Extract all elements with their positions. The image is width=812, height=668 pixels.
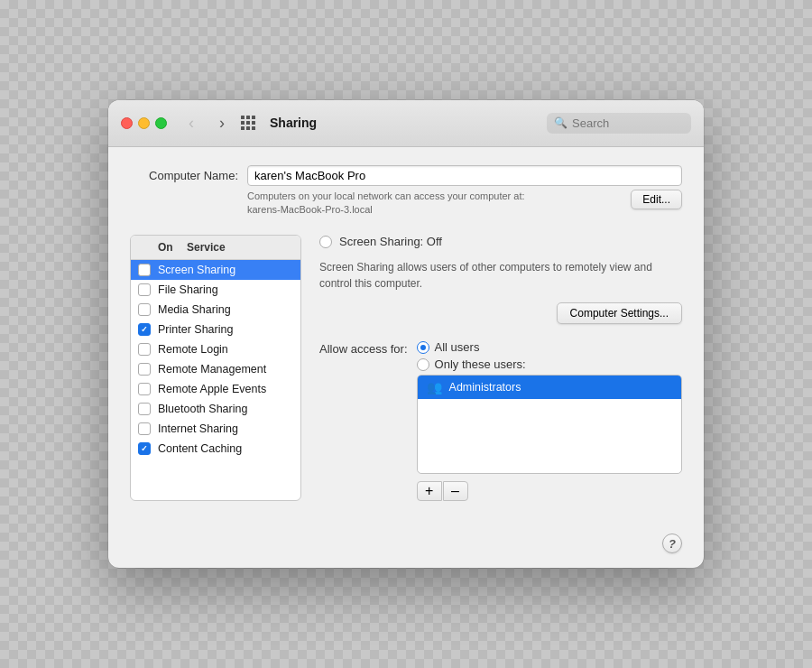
user-name: Administrators <box>449 381 521 394</box>
service-item[interactable]: Remote Login <box>131 339 300 359</box>
search-icon: 🔍 <box>554 116 567 129</box>
header-on: On <box>158 241 176 254</box>
help-area: ? <box>108 523 704 568</box>
only-these-radio[interactable] <box>417 358 429 371</box>
computer-name-subtitle: Computers on your local network can acce… <box>247 190 623 218</box>
titlebar: ‹ › Sharing 🔍 <box>108 100 704 147</box>
service-checkbox[interactable] <box>138 403 151 415</box>
service-checkbox[interactable] <box>138 343 151 356</box>
window-title: Sharing <box>270 116 540 130</box>
service-checkbox[interactable] <box>138 383 151 395</box>
service-item[interactable]: Bluetooth Sharing <box>131 399 300 419</box>
forward-icon: › <box>219 114 225 133</box>
computer-name-label: Computer Name: <box>130 165 247 182</box>
service-item[interactable]: Remote Apple Events <box>131 379 300 399</box>
access-label: Allow access for: <box>319 340 408 356</box>
service-item-label: Bluetooth Sharing <box>158 403 247 415</box>
service-item-label: Remote Login <box>158 343 228 356</box>
users-list: 👥Administrators <box>417 375 682 474</box>
search-input[interactable] <box>572 116 684 130</box>
service-item-label: File Sharing <box>158 283 218 296</box>
main-area: On Service Screen SharingFile SharingMed… <box>130 235 682 501</box>
all-users-label: All users <box>435 340 480 354</box>
list-controls: + – <box>417 481 682 501</box>
service-item-label: Internet Sharing <box>158 422 238 435</box>
service-item-label: Remote Management <box>158 363 266 376</box>
content-area: Computer Name: Computers on your local n… <box>108 147 704 524</box>
service-item-label: Screen Sharing <box>158 264 235 276</box>
right-panel: Screen Sharing: Off Screen Sharing allow… <box>319 235 682 501</box>
service-item[interactable]: Remote Management <box>131 359 300 379</box>
service-list: Screen SharingFile SharingMedia SharingP… <box>131 260 300 459</box>
users-list-item[interactable]: 👥Administrators <box>418 376 681 399</box>
service-checkbox[interactable] <box>138 422 151 435</box>
service-header: On Service <box>131 236 300 260</box>
all-users-radio[interactable] <box>417 341 429 354</box>
service-checkbox[interactable] <box>138 323 151 336</box>
service-item[interactable]: Printer Sharing <box>131 320 300 339</box>
service-item[interactable]: Screen Sharing <box>131 260 300 280</box>
close-button[interactable] <box>121 117 133 129</box>
service-checkbox[interactable] <box>138 442 151 455</box>
status-radio[interactable] <box>319 236 332 248</box>
add-user-button[interactable]: + <box>417 481 442 501</box>
edit-button[interactable]: Edit... <box>631 190 682 209</box>
sharing-description: Screen Sharing allows users of other com… <box>319 259 682 292</box>
sharing-window: ‹ › Sharing 🔍 Computer Name: Computers o… <box>108 100 704 569</box>
service-checkbox[interactable] <box>138 264 151 276</box>
maximize-button[interactable] <box>155 117 167 129</box>
back-icon: ‹ <box>189 114 194 133</box>
service-item[interactable]: Internet Sharing <box>131 419 300 439</box>
service-item[interactable]: File Sharing <box>131 280 300 300</box>
only-these-option[interactable]: Only these users: <box>417 357 682 371</box>
computer-name-right: Computers on your local network can acce… <box>247 165 682 218</box>
traffic-lights <box>121 117 167 129</box>
back-button[interactable]: ‹ <box>180 113 203 133</box>
remove-user-button[interactable]: – <box>443 481 468 501</box>
computer-name-desc: Computers on your local network can acce… <box>247 190 682 218</box>
computer-name-input[interactable] <box>247 165 682 186</box>
service-item[interactable]: Media Sharing <box>131 300 300 320</box>
header-service: Service <box>187 241 226 254</box>
service-checkbox[interactable] <box>138 363 151 376</box>
sharing-status: Screen Sharing: Off <box>319 235 682 248</box>
only-these-label: Only these users: <box>435 357 526 371</box>
computer-name-section: Computer Name: Computers on your local n… <box>130 165 682 218</box>
service-checkbox[interactable] <box>138 303 151 316</box>
sharing-status-label: Screen Sharing: Off <box>339 235 442 248</box>
minimize-button[interactable] <box>138 117 150 129</box>
forward-button[interactable]: › <box>210 113 234 133</box>
service-item-label: Printer Sharing <box>158 323 233 336</box>
group-icon: 👥 <box>427 380 442 394</box>
computer-settings-button[interactable]: Computer Settings... <box>557 302 682 324</box>
access-options: All users Only these users: 👥Administrat… <box>417 340 682 501</box>
service-item[interactable]: Content Caching <box>131 439 300 459</box>
service-panel: On Service Screen SharingFile SharingMed… <box>130 235 301 501</box>
apps-grid-icon[interactable] <box>241 116 255 130</box>
service-item-label: Content Caching <box>158 442 242 455</box>
service-item-label: Media Sharing <box>158 303 231 316</box>
service-checkbox[interactable] <box>138 283 151 296</box>
service-item-label: Remote Apple Events <box>158 383 266 395</box>
all-users-option[interactable]: All users <box>417 340 682 354</box>
access-section: Allow access for: All users Only these u… <box>319 340 682 501</box>
help-button[interactable]: ? <box>662 533 682 553</box>
search-bar[interactable]: 🔍 <box>547 113 691 134</box>
